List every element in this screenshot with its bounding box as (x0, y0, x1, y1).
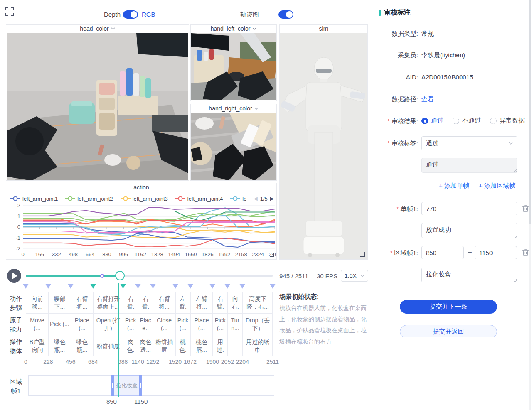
sim-viewport[interactable] (280, 33, 367, 259)
table-column: 右臂.Place..肉色透... (138, 292, 153, 356)
x-tick-label: 830 (102, 251, 111, 258)
step-marker[interactable] (239, 284, 245, 289)
delete-single-frame-icon[interactable] (522, 205, 529, 212)
legend-prev-icon[interactable]: ◀ (254, 196, 257, 201)
step-marker[interactable] (90, 284, 96, 289)
table-cell-ability: Place.. (138, 314, 153, 335)
region-segment[interactable]: 拉化妆盒 (112, 375, 141, 396)
segment-right-handle[interactable] (139, 375, 142, 396)
radio-abnormal[interactable]: 异常数据 (490, 117, 525, 125)
timeline-tick-label: 2511 (266, 358, 279, 365)
submit-next-button[interactable]: 提交并下一条 (400, 300, 497, 314)
collector-value: 李轶晨(liyichen) (421, 52, 465, 59)
radio-dot (490, 118, 497, 124)
timeline-tick-label: 1520 (169, 358, 182, 365)
review-result-label: 审核结果: (373, 118, 418, 125)
table-cell-object: 绿色瓶... (71, 335, 93, 357)
legend-next-icon[interactable]: ▶ (270, 196, 274, 201)
step-marker[interactable] (172, 284, 178, 289)
fullscreen-icon[interactable] (5, 7, 14, 16)
legend-item-left_arm_joint2[interactable]: left_arm_joint2 (65, 196, 113, 202)
sim-title: sim (319, 25, 328, 32)
add-region-frame-link[interactable]: + 添加区域帧 (479, 182, 515, 190)
single-frame-note[interactable]: 放置成功 (421, 223, 517, 238)
speed-value: 1.0X (345, 273, 357, 279)
table-column: 高度下降，右...Drop（丢下）用过的纸巾 (243, 292, 273, 356)
hand-right-camera-header[interactable]: hand_right_color (191, 104, 276, 113)
step-marker[interactable] (224, 284, 230, 289)
speed-select[interactable]: 1.0X (341, 270, 368, 282)
data-path-link[interactable]: 查看 (421, 96, 434, 103)
region-end-label: 1150 (134, 398, 148, 405)
table-cell-step: 右臂. (138, 292, 153, 314)
legend-line-icon (230, 196, 240, 201)
legend-line-icon (175, 196, 185, 201)
radio-pass[interactable]: 通过 (421, 117, 443, 125)
legend-label: left_arm_joint4 (187, 196, 223, 202)
table-cell-step: 高度下降，右... (243, 292, 273, 314)
step-marker[interactable] (68, 284, 74, 289)
legend-item-left_arm_joint4[interactable]: left_arm_joint4 (175, 196, 223, 202)
sim-header: sim (280, 25, 367, 33)
add-single-frame-link[interactable]: + 添加单帧 (439, 182, 469, 190)
resize-handle[interactable] (360, 252, 365, 257)
segment-left-handle[interactable] (111, 375, 114, 396)
panel-scrollbar-thumb[interactable] (529, 0, 531, 224)
progress-handle[interactable] (115, 271, 125, 280)
playhead-line[interactable] (118, 283, 119, 397)
trajectory-toggle[interactable] (278, 10, 293, 19)
step-marker[interactable] (209, 284, 215, 289)
step-marker[interactable] (135, 284, 141, 289)
table-cell-step: 向前移... (26, 292, 48, 314)
legend-item-le[interactable]: le (230, 196, 246, 202)
table-cell-ability: Close (... (153, 314, 175, 335)
action-chart-title: action (6, 184, 276, 191)
action-chart-panel: action left_arm_joint1left_arm_joint2lef… (6, 183, 277, 260)
x-tick-label: 166 (35, 251, 44, 258)
table-cell-ability: Place (... (71, 314, 93, 335)
table-cell-step: 左臂将... (191, 292, 213, 314)
region-frame-label: 区域帧1: (373, 249, 418, 257)
hand-left-camera-title: hand_left_color (211, 25, 251, 32)
legend-item-left_arm_joint1[interactable]: left_arm_joint1 (10, 196, 58, 202)
heading-accent-bar (379, 10, 381, 16)
head-camera-header[interactable]: head_color (6, 25, 189, 33)
data-type-label: 数据类型: (373, 30, 418, 38)
step-marker[interactable] (45, 284, 51, 289)
timeline-tick-label: 988 (118, 358, 128, 365)
progress-slider[interactable] (26, 275, 273, 277)
chevron-down-icon (252, 27, 256, 30)
resize-handle[interactable] (270, 253, 274, 257)
region-start-input[interactable] (421, 246, 464, 259)
x-tick-label: 664 (86, 251, 95, 258)
delete-region-frame-icon[interactable] (522, 249, 529, 256)
step-marker[interactable] (150, 284, 156, 289)
table-cell-object: 桃色唇... (191, 335, 213, 357)
scene-state-block: 场景初始状态: 梳妆台在机器人前，化妆盒在桌面上，化妆盒的侧边摆放着物品，化妆品… (279, 291, 370, 347)
region-end-input[interactable] (475, 246, 517, 259)
review-comment-textarea[interactable]: 通过 (421, 158, 517, 173)
timeline-axis: 0228456684988114012921520167219002052220… (26, 358, 273, 366)
review-tag-select[interactable]: 通过 (421, 136, 517, 150)
hand-left-camera-header[interactable]: hand_left_color (191, 25, 276, 33)
panel-heading-text: 审核标注 (384, 8, 411, 17)
single-frame-input[interactable] (421, 202, 517, 215)
step-marker[interactable] (23, 284, 29, 289)
x-tick-label: 332 (52, 251, 61, 258)
timeline-tick-label: 684 (88, 358, 98, 365)
legend-page-label: 1/5 (260, 196, 268, 202)
step-marker[interactable] (270, 284, 276, 289)
legend-item-left_arm_joint3[interactable]: left_arm_joint3 (121, 196, 168, 202)
radio-fail[interactable]: 不通过 (453, 117, 481, 125)
legend-line-icon (65, 196, 75, 201)
depth-rgb-toggle[interactable] (123, 10, 138, 19)
table-cell-step: 左臂. (176, 292, 190, 314)
scene-state-label: 场景初始状态: (279, 293, 319, 300)
region-frame-note[interactable]: 拉化妆盒 (421, 268, 517, 282)
play-button[interactable] (7, 269, 21, 283)
table-row-label-ability: 原子能力 (7, 316, 24, 334)
step-marker[interactable] (187, 284, 193, 289)
region-track-bar[interactable]: 拉化妆盒 (28, 375, 274, 396)
submit-back-button[interactable]: 提交并返回 (400, 325, 497, 337)
step-marker[interactable] (120, 284, 126, 289)
